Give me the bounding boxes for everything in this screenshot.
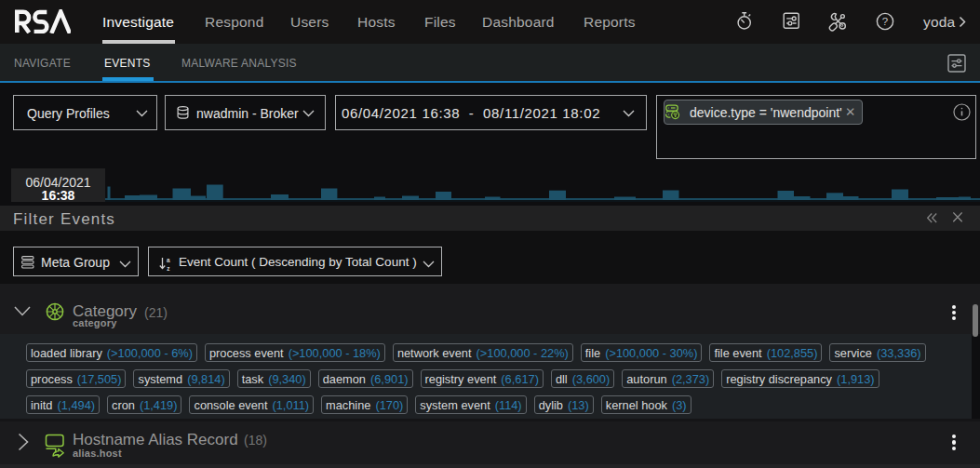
svg-text:z: z: [167, 265, 170, 272]
svg-text:?: ?: [882, 16, 888, 27]
svg-text:a: a: [167, 257, 170, 263]
